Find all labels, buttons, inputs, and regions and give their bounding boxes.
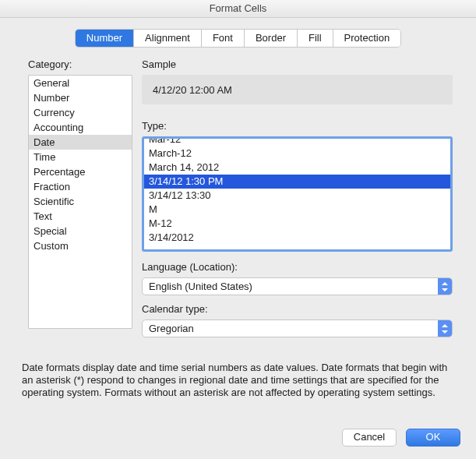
sample-label: Sample [142, 58, 453, 70]
language-label: Language (Location): [142, 261, 453, 273]
type-label: Type: [142, 120, 453, 132]
category-item-number[interactable]: Number [29, 90, 132, 105]
category-item-general[interactable]: General [29, 76, 132, 90]
category-item-scientific[interactable]: Scientific [29, 194, 132, 209]
type-item[interactable]: March 14, 2012 [144, 161, 450, 175]
sample-value-box: 4/12/20 12:00 AM [142, 75, 453, 104]
type-list[interactable]: Mar-12March-12March 14, 20123/14/12 1:30… [142, 136, 453, 252]
tab-protection[interactable]: Protection [333, 30, 401, 47]
type-item[interactable]: 3/14/2012 [144, 231, 450, 245]
category-item-text[interactable]: Text [29, 209, 132, 224]
language-dropdown-value: English (United States) [143, 278, 438, 295]
format-cells-window: Format Cells NumberAlignmentFontBorderFi… [0, 0, 476, 459]
category-list[interactable]: GeneralNumberCurrencyAccountingDateTimeP… [28, 75, 132, 329]
type-item[interactable]: 3/14/12 13:30 [144, 189, 450, 203]
dropdown-arrows-icon [438, 278, 452, 295]
tab-border[interactable]: Border [245, 30, 298, 47]
description-text: Date formats display date and time seria… [22, 362, 454, 399]
ok-button[interactable]: OK [406, 429, 460, 447]
type-item[interactable]: M-12 [144, 217, 450, 231]
category-item-accounting[interactable]: Accounting [29, 120, 132, 135]
type-item[interactable]: 3/14/12 1:30 PM [144, 175, 450, 189]
category-label: Category: [28, 58, 132, 70]
category-item-percentage[interactable]: Percentage [29, 164, 132, 179]
category-item-special[interactable]: Special [29, 224, 132, 238]
category-item-custom[interactable]: Custom [29, 238, 132, 253]
tab-alignment[interactable]: Alignment [134, 30, 202, 47]
dropdown-arrows-icon [438, 320, 452, 337]
calendar-dropdown-value: Gregorian [143, 320, 438, 337]
category-item-date[interactable]: Date [29, 135, 132, 150]
calendar-dropdown[interactable]: Gregorian [142, 320, 453, 337]
cancel-button[interactable]: Cancel [342, 429, 397, 447]
window-title: Format Cells [0, 0, 476, 18]
tab-number[interactable]: Number [76, 30, 134, 47]
sample-value: 4/12/20 12:00 AM [153, 84, 232, 96]
category-item-currency[interactable]: Currency [29, 105, 132, 120]
tab-font[interactable]: Font [202, 30, 245, 47]
tab-bar: NumberAlignmentFontBorderFillProtection [75, 29, 401, 48]
category-item-time[interactable]: Time [29, 150, 132, 164]
category-item-fraction[interactable]: Fraction [29, 179, 132, 194]
dialog-buttons: Cancel OK [342, 429, 460, 447]
type-item[interactable]: March-12 [144, 147, 450, 161]
type-item[interactable]: M [144, 203, 450, 217]
type-item[interactable]: Mar-12 [144, 136, 450, 147]
language-dropdown[interactable]: English (United States) [142, 277, 453, 295]
tab-fill[interactable]: Fill [298, 30, 333, 47]
calendar-label: Calendar type: [142, 303, 453, 315]
